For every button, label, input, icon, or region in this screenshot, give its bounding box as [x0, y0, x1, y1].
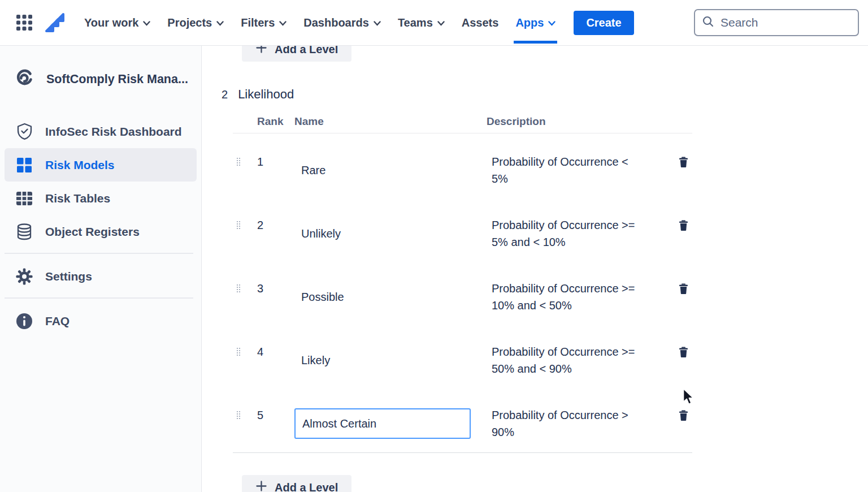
table-row: 1 Rare Probability of Occurrence < 5%: [233, 139, 692, 202]
column-header-name: Name: [294, 115, 487, 128]
section-title: Likelihood: [238, 87, 294, 102]
row-name[interactable]: Rare: [294, 164, 487, 177]
table-body: 1 Rare Probability of Occurrence < 5% 2 …: [233, 133, 692, 452]
delete-row-button[interactable]: [679, 283, 692, 296]
drag-handle-icon[interactable]: [233, 221, 257, 232]
table-bottom-divider: [233, 452, 692, 453]
row-rank: 1: [257, 154, 294, 169]
column-header-description: Description: [487, 115, 645, 128]
drag-handle-icon[interactable]: [233, 411, 257, 422]
app-title: SoftComply Risk Mana...: [46, 72, 188, 87]
create-button[interactable]: Create: [574, 11, 633, 35]
app-home[interactable]: SoftComply Risk Mana...: [0, 61, 201, 98]
nav-apps[interactable]: Apps: [515, 0, 555, 45]
nav-label: Apps: [515, 16, 544, 29]
table-row: 2 Unlikely Probability of Occurrence >= …: [233, 202, 692, 265]
row-description[interactable]: Probability of Occurrence >= 10% and < 5…: [487, 280, 645, 314]
button-label: Add a Level: [275, 46, 338, 56]
search-icon: [702, 15, 714, 30]
sidebar-item-label: InfoSec Risk Dashboard: [45, 125, 182, 139]
likelihood-table: Rank Name Description 1 Rare Probability…: [233, 115, 692, 452]
delete-row-button[interactable]: [679, 220, 692, 233]
shield-check-icon: [16, 123, 33, 140]
database-icon: [16, 223, 33, 240]
table-row: 3 Possible Probability of Occurrence >= …: [233, 265, 692, 329]
add-level-button-top[interactable]: Add a Level: [242, 46, 351, 62]
chevron-down-icon: [279, 21, 287, 26]
nav-label: Assets: [462, 16, 499, 29]
chevron-down-icon: [374, 21, 381, 26]
sidebar: SoftComply Risk Mana... InfoSec Risk Das…: [0, 46, 202, 492]
row-description[interactable]: Probability of Occurrence >= 50% and < 9…: [487, 343, 645, 377]
row-name-input[interactable]: [294, 408, 471, 439]
nav-teams[interactable]: Teams: [398, 0, 445, 45]
plus-icon: [255, 480, 267, 492]
drag-handle-icon[interactable]: [233, 157, 257, 169]
row-rank: 2: [257, 218, 294, 232]
info-icon: [16, 313, 33, 330]
nav-label: Teams: [398, 16, 433, 29]
chevron-down-icon: [548, 21, 555, 26]
sidebar-item-object-registers[interactable]: Object Registers: [5, 215, 197, 248]
jira-logo-icon[interactable]: [45, 12, 65, 33]
sidebar-divider: [5, 253, 193, 254]
row-name[interactable]: Likely: [294, 354, 487, 367]
nav-projects[interactable]: Projects: [167, 0, 224, 45]
delete-row-button[interactable]: [679, 410, 692, 423]
main-content: Add a Level 2 Likelihood Rank Name Descr…: [202, 46, 868, 492]
table-row-editing: 5 Probability of Occurrence > 90%: [233, 392, 692, 452]
row-description[interactable]: Probability of Occurrence > 90%: [487, 407, 645, 441]
search-input[interactable]: [721, 16, 851, 29]
column-header-rank: Rank: [257, 115, 294, 128]
row-name[interactable]: Unlikely: [294, 227, 487, 240]
softcomply-logo-icon: [14, 67, 35, 91]
section-number: 2: [222, 87, 228, 102]
nav-filters[interactable]: Filters: [241, 0, 287, 45]
sidebar-item-label: Object Registers: [45, 225, 140, 239]
row-rank: 5: [257, 408, 294, 422]
grid-2x2-icon: [16, 157, 33, 173]
primary-nav: Your work Projects Filters Dashboards Te…: [84, 0, 555, 45]
sidebar-item-label: Settings: [45, 270, 92, 283]
nav-dashboards[interactable]: Dashboards: [303, 0, 381, 45]
row-rank: 4: [257, 344, 294, 359]
button-label: Add a Level: [275, 481, 338, 492]
table-row: 4 Likely Probability of Occurrence >= 50…: [233, 329, 692, 392]
row-description[interactable]: Probability of Occurrence >= 5% and < 10…: [487, 217, 645, 251]
add-level-button[interactable]: Add a Level: [242, 475, 351, 492]
section-heading: 2 Likelihood: [222, 87, 868, 102]
sidebar-item-risk-models[interactable]: Risk Models: [5, 148, 197, 182]
global-search[interactable]: [694, 9, 859, 36]
chevron-down-icon: [216, 21, 224, 26]
gear-icon: [16, 268, 33, 285]
app-switcher-icon[interactable]: [16, 14, 33, 31]
nav-label: Dashboards: [303, 16, 369, 29]
chevron-down-icon: [437, 21, 445, 26]
row-rank: 3: [257, 281, 294, 296]
sidebar-item-infosec-risk-dashboard[interactable]: InfoSec Risk Dashboard: [5, 115, 197, 148]
table-header-row: Rank Name Description: [233, 115, 692, 133]
plus-icon: [255, 46, 267, 57]
nav-assets[interactable]: Assets: [462, 0, 499, 45]
row-name[interactable]: Possible: [294, 291, 487, 304]
chevron-down-icon: [143, 21, 150, 26]
top-nav-bar: Your work Projects Filters Dashboards Te…: [0, 0, 868, 46]
sidebar-item-label: Risk Tables: [45, 192, 110, 205]
nav-label: Filters: [241, 16, 275, 29]
drag-handle-icon[interactable]: [233, 347, 257, 359]
row-description[interactable]: Probability of Occurrence < 5%: [487, 153, 645, 187]
sidebar-item-label: FAQ: [45, 314, 70, 328]
row-name-cell: [294, 408, 487, 439]
nav-your-work[interactable]: Your work: [84, 0, 150, 45]
sidebar-item-label: Risk Models: [45, 158, 115, 172]
sidebar-item-settings[interactable]: Settings: [5, 260, 197, 293]
nav-label: Your work: [84, 16, 138, 29]
sidebar-item-faq[interactable]: FAQ: [5, 304, 197, 338]
delete-row-button[interactable]: [679, 157, 692, 170]
drag-handle-icon[interactable]: [233, 284, 257, 295]
nav-label: Projects: [167, 16, 212, 29]
sidebar-item-risk-tables[interactable]: Risk Tables: [5, 182, 197, 215]
table-icon: [16, 191, 33, 206]
sidebar-divider: [5, 297, 193, 299]
delete-row-button[interactable]: [679, 347, 692, 360]
